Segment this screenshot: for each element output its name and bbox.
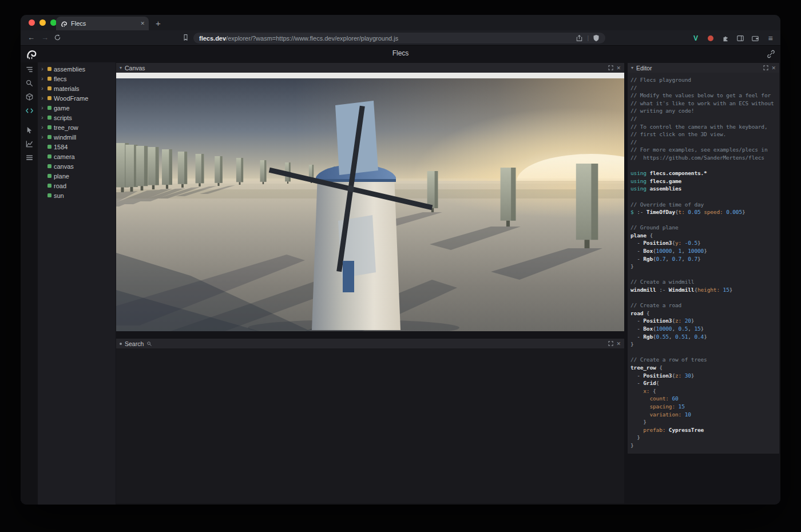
code-line: // Ground plane [631, 224, 776, 232]
expand-arrow-icon[interactable]: › [41, 113, 45, 122]
code-line [631, 216, 776, 224]
code-line: // first click on the 3D view. [631, 130, 776, 138]
code-line: - Position3{z: 20} [631, 317, 776, 325]
fullscreen-icon[interactable] [608, 65, 613, 70]
wallet-icon[interactable] [751, 34, 760, 43]
tree-item-materials[interactable]: ›materials [38, 84, 116, 93]
canvas-panel-title: Canvas [125, 65, 145, 72]
search-panel: Search ✕ [116, 339, 624, 503]
tree-item-canvas[interactable]: canvas [38, 161, 116, 171]
tree-item-camera[interactable]: camera [38, 152, 116, 161]
expand-arrow-icon[interactable]: › [41, 123, 45, 132]
tree-item-road[interactable]: road [38, 181, 116, 190]
tree-item-game[interactable]: ›game [38, 103, 116, 113]
tree-item-sun[interactable]: sun [38, 190, 116, 200]
minimize-window-button[interactable] [39, 19, 46, 26]
tree-item-label: tree_row [54, 124, 78, 131]
code-line: // To control the camera with the keyboa… [631, 123, 776, 131]
search-panel-title: Search [125, 340, 144, 347]
entity-square-icon [47, 193, 51, 197]
expand-arrow-icon[interactable]: › [41, 104, 45, 112]
code-line: - Grid{ [631, 379, 776, 387]
expand-arrow-icon[interactable]: › [41, 133, 45, 141]
browser-tab[interactable]: Flecs ✕ [56, 17, 149, 30]
code-line: tree_row { [631, 364, 776, 372]
new-tab-button[interactable]: + [156, 18, 161, 29]
code-line: } [631, 434, 776, 442]
code-line: } [631, 442, 776, 450]
module-square-icon [47, 96, 51, 100]
code-line [631, 294, 776, 302]
extensions-puzzle-icon[interactable] [721, 34, 730, 43]
3d-scene-render[interactable] [116, 78, 624, 331]
close-window-button[interactable] [29, 19, 35, 26]
code-line: using flecs.components.* [631, 169, 776, 177]
fullscreen-icon[interactable] [608, 341, 613, 346]
menu-button[interactable]: ≡ [766, 34, 775, 43]
code-icon[interactable] [21, 104, 38, 117]
extension-badge-icon[interactable] [706, 34, 715, 43]
tree-item-scripts[interactable]: ›scripts [38, 113, 116, 122]
tree-item-label: windmill [54, 134, 76, 141]
forward-button[interactable]: → [41, 33, 49, 42]
canvas-panel: ▾ Canvas ✕ [116, 63, 624, 331]
code-line: } [631, 263, 776, 271]
stats-icon[interactable] [21, 150, 38, 164]
chart-icon[interactable] [21, 137, 38, 150]
tab-close-icon[interactable]: ✕ [140, 21, 145, 26]
tree-item-label: plane [54, 173, 69, 180]
code-line: - Box{10000, 0.5, 15} [631, 325, 776, 333]
close-panel-icon[interactable]: ✕ [771, 65, 776, 71]
close-panel-icon[interactable]: ✕ [616, 341, 621, 347]
module-square-icon [47, 86, 51, 90]
fullscreen-icon[interactable] [763, 65, 768, 70]
tree-item-label: road [54, 182, 66, 189]
expand-arrow-icon[interactable]: › [41, 94, 45, 102]
editor-panel-header: ▾ Editor ✕ [628, 63, 779, 73]
entity-square-icon [47, 106, 51, 110]
tree-item-1584[interactable]: 1584 [38, 142, 116, 152]
tree-item-label: camera [54, 153, 75, 160]
close-panel-icon[interactable]: ✕ [616, 65, 621, 71]
code-line: // For more examples, see examples/plecs… [631, 146, 776, 154]
tree-item-windmill[interactable]: ›windmill [38, 132, 116, 142]
canvas-top-margin [116, 73, 624, 78]
entity-tree-panel: ›assemblies›flecs›materials›WoodFrame›ga… [38, 62, 116, 505]
search-results-area[interactable] [116, 348, 624, 503]
shield-icon[interactable] [593, 34, 600, 42]
bookmark-icon[interactable] [182, 34, 189, 41]
tree-item-assemblies[interactable]: ›assemblies [38, 64, 116, 74]
share-icon[interactable] [576, 34, 583, 42]
reload-button[interactable] [54, 34, 61, 41]
side-panel-icon[interactable] [736, 34, 745, 43]
tree-item-tree_row[interactable]: ›tree_row [38, 122, 116, 132]
tree-item-plane[interactable]: plane [38, 171, 116, 181]
collapse-chevron-icon[interactable]: ▾ [120, 63, 122, 73]
code-line: } [631, 340, 776, 348]
permalink-icon[interactable] [767, 50, 775, 58]
code-line: // [631, 115, 776, 123]
hierarchy-icon[interactable] [21, 62, 38, 76]
code-line: // Create a road [631, 301, 776, 309]
tree-item-WoodFrame[interactable]: ›WoodFrame [38, 93, 116, 103]
entity-square-icon [47, 145, 51, 149]
expand-arrow-icon[interactable]: › [41, 74, 45, 83]
package-icon[interactable] [21, 90, 38, 104]
back-button[interactable]: ← [27, 33, 35, 42]
panel-dot-icon[interactable] [120, 343, 122, 345]
inspector-icon[interactable] [21, 123, 38, 137]
expand-arrow-icon[interactable]: › [41, 65, 45, 73]
entity-square-icon [47, 174, 51, 178]
expand-arrow-icon[interactable]: › [41, 84, 45, 93]
flecs-explorer-page: Flecs [21, 46, 780, 505]
search-magnifier-icon [146, 341, 152, 347]
vimium-extension-icon[interactable]: V [691, 34, 700, 43]
collapse-chevron-icon[interactable]: ▾ [631, 63, 633, 73]
tree-item-label: game [54, 105, 70, 112]
url-bar[interactable]: flecs.dev/explorer/?wasm=https://www.fle… [193, 33, 605, 43]
search-icon[interactable] [21, 76, 38, 90]
code-line: plane { [631, 232, 776, 240]
tree-item-flecs[interactable]: ›flecs [38, 74, 116, 84]
code-editor[interactable]: // Flecs playground//// Modify the value… [628, 73, 779, 454]
tree-item-label: sun [54, 192, 64, 199]
